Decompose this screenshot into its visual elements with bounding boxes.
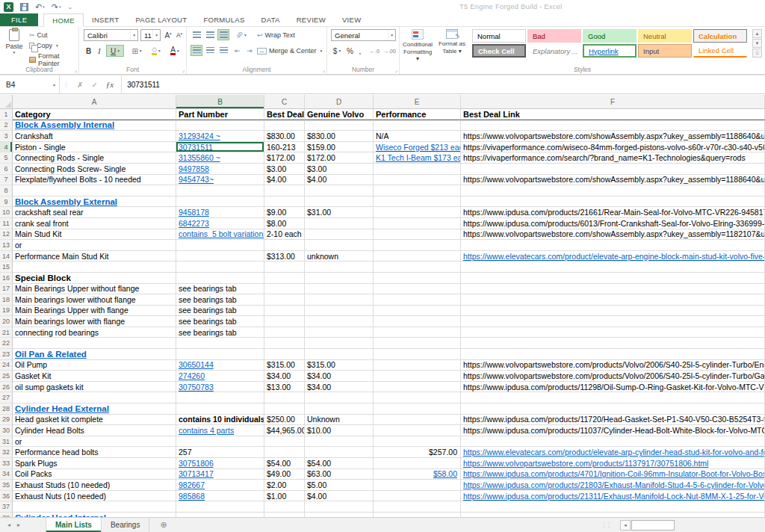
paste-dropdown-icon[interactable]: ▾	[3, 50, 25, 55]
cell-F10[interactable]: https://www.ipdusa.com/products/21661/Re…	[461, 207, 765, 218]
row-header-28[interactable]: 28	[0, 403, 13, 415]
cell-C10[interactable]: $9.00	[264, 207, 305, 218]
cell-style-explanatory[interactable]: Explanatory ...	[527, 44, 581, 58]
name-box[interactable]: B4 ▾	[0, 75, 60, 93]
cell-A16[interactable]: Special Block	[13, 273, 176, 284]
top-align-button[interactable]	[191, 29, 202, 40]
scroll-left-icon[interactable]: ◂	[620, 520, 631, 531]
cell-B31[interactable]	[176, 436, 264, 448]
cell-D9[interactable]	[305, 197, 374, 208]
center-button[interactable]	[204, 45, 216, 56]
cell-A8[interactable]	[13, 185, 176, 197]
cell-F5[interactable]: https://vivaperformance.com/search/?bran…	[461, 152, 765, 164]
cell-C25[interactable]: $34.00	[264, 371, 305, 382]
cell-E6[interactable]	[374, 164, 461, 175]
row-header-24[interactable]: 24	[0, 360, 13, 371]
cell-E14[interactable]	[374, 251, 461, 262]
cell-C9[interactable]	[264, 197, 305, 208]
cell-B6[interactable]: 9497858	[176, 164, 264, 175]
cell-C23[interactable]	[264, 349, 305, 360]
cell-A20[interactable]: Main bearings lower with flange	[13, 316, 176, 327]
cell-C16[interactable]	[264, 273, 305, 284]
cell-F16[interactable]	[461, 273, 765, 284]
increase-decimal-button[interactable]: ←.0	[368, 45, 382, 57]
chevron-down-icon[interactable]: ▾	[388, 30, 395, 40]
cell-style-normal[interactable]: Normal	[472, 29, 526, 43]
cell-B29[interactable]: contains 10 individuals	[176, 415, 264, 426]
cell-A33[interactable]: Spark Plugs	[13, 458, 176, 469]
cell-style-calculation[interactable]: Calculation	[693, 29, 747, 43]
cell-E3[interactable]: N/A	[374, 131, 461, 142]
chevron-down-icon[interactable]: ▾	[130, 30, 137, 40]
cell-C18[interactable]	[264, 294, 305, 306]
row-header-23[interactable]: 23	[0, 349, 13, 360]
cell-F21[interactable]	[461, 327, 765, 338]
cell-C5[interactable]: $172.00	[264, 152, 305, 164]
format-as-table-button[interactable]: Format as Table ▾	[436, 28, 468, 70]
row-header-10[interactable]: 10	[0, 207, 13, 218]
cell-D26[interactable]: $34.00	[305, 382, 374, 393]
row-header-34[interactable]: 34	[0, 469, 13, 480]
cell-B28[interactable]	[176, 403, 264, 415]
sheet-prev-icon[interactable]: ◂	[7, 522, 10, 528]
cell-B12[interactable]: contains 5 bolt variations	[176, 229, 264, 241]
cell-style-linkedcell[interactable]: Linked Cell	[693, 44, 747, 58]
cell-D2[interactable]	[305, 120, 374, 132]
cell-B14[interactable]	[176, 251, 264, 262]
row-header-16[interactable]: 16	[0, 273, 13, 284]
cell-F1[interactable]: Best Deal Link	[461, 109, 765, 120]
new-sheet-icon[interactable]: ⊕	[160, 518, 167, 532]
cell-B5[interactable]: 31355860 ~	[176, 152, 264, 164]
splitter-grip-icon[interactable]: ⋮⋮	[601, 522, 611, 528]
cell-B24[interactable]: 30650144	[176, 360, 264, 371]
cell-C37[interactable]	[264, 501, 305, 513]
cell-C34[interactable]: $49.00	[264, 469, 305, 480]
cell-F34[interactable]: https://www.ipdusa.com/products/4701/Ign…	[461, 469, 765, 480]
cell-A6[interactable]: Connecting Rods Screw- Single	[13, 164, 176, 175]
cell-A30[interactable]: Cylinder Head Bolts	[13, 425, 176, 436]
cell-D5[interactable]: $172.00	[305, 152, 374, 164]
cell-D6[interactable]: $3.00	[305, 164, 374, 175]
row-header-20[interactable]: 20	[0, 316, 13, 327]
row-header-26[interactable]: 26	[0, 382, 13, 393]
column-header-E[interactable]: E	[374, 95, 461, 109]
cell-E31[interactable]	[374, 436, 461, 448]
ribbon-tab-insert[interactable]: INSERT	[84, 13, 127, 26]
cell-F7[interactable]: https://www.volvopartswebstore.com/showA…	[461, 175, 765, 186]
cell-E22[interactable]	[374, 338, 461, 349]
cell-B25[interactable]: 274260	[176, 371, 264, 382]
cell-B20[interactable]: see bearings tab	[176, 316, 264, 327]
cell-D31[interactable]	[305, 436, 374, 448]
cell-F32[interactable]: https://www.elevatecars.com/product/elev…	[461, 447, 765, 458]
cell-C36[interactable]: $1.00	[264, 491, 305, 502]
cell-F25[interactable]: https://www.volvopartswebstore.com/produ…	[461, 371, 765, 382]
cell-B13[interactable]	[176, 240, 264, 251]
cell-C7[interactable]: $4.00	[264, 175, 305, 186]
cell-B15[interactable]	[176, 262, 264, 273]
cell-F17[interactable]	[461, 284, 765, 295]
cell-B30[interactable]: contains 4 parts	[176, 425, 264, 436]
cell-E12[interactable]	[374, 229, 461, 241]
cell-E20[interactable]	[374, 316, 461, 327]
ribbon-tab-formulas[interactable]: FORMULAS	[195, 13, 253, 26]
cell-B3[interactable]: 31293424 ~	[176, 131, 264, 142]
cell-A9[interactable]: Block Assembly External	[13, 197, 176, 208]
cell-B26[interactable]: 30750783	[176, 382, 264, 393]
scrollbar-thumb[interactable]	[631, 520, 675, 531]
cell-C29[interactable]: $250.00	[264, 415, 305, 426]
column-header-B[interactable]: B	[176, 95, 264, 109]
cell-C30[interactable]: $44,965.00	[264, 425, 305, 436]
cell-C4[interactable]: 160-213	[264, 142, 305, 153]
cell-A21[interactable]: connecting rod bearings	[13, 327, 176, 338]
cell-F29[interactable]: https://www.ipdusa.com/products/11720/He…	[461, 415, 765, 426]
cell-F24[interactable]: https://www.volvopartswebstore.com/produ…	[461, 360, 765, 371]
ribbon-tab-home[interactable]: HOME	[43, 13, 84, 27]
cell-B8[interactable]	[176, 185, 264, 197]
cell-A18[interactable]: Main bearings lower without flange	[13, 294, 176, 306]
cell-A32[interactable]: Performance head bolts	[13, 447, 176, 458]
cell-A28[interactable]: Cylinder Head External	[13, 403, 176, 415]
cell-D30[interactable]: $10.00	[305, 425, 374, 436]
cell-C27[interactable]	[264, 392, 305, 403]
cell-A11[interactable]: crank seal front	[13, 218, 176, 229]
cell-F9[interactable]	[461, 197, 765, 208]
